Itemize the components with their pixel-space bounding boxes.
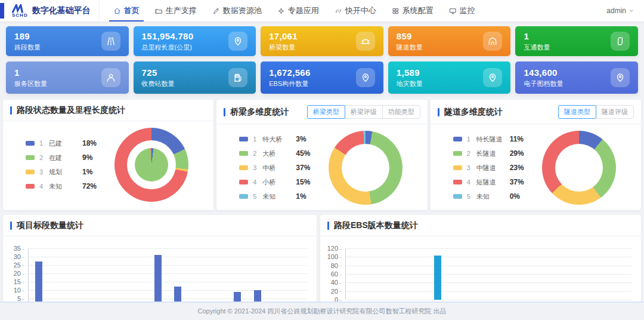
legend-item-大桥[interactable]: 2 大桥 45% xyxy=(239,149,310,158)
tab-功能类型[interactable]: 功能类型 xyxy=(382,105,420,119)
nav-item-production-support[interactable]: 生产支撑 xyxy=(147,0,205,21)
legend-index: 5 xyxy=(467,193,472,200)
gridline xyxy=(346,274,631,275)
nav-item-system-config[interactable]: 系统配置 xyxy=(384,0,441,21)
stat-card-toll-station-count: 725 收费站数量 xyxy=(134,61,256,94)
gridline xyxy=(29,265,307,266)
stat-icon-badge xyxy=(611,32,630,51)
stat-value: 1 xyxy=(524,31,550,41)
stat-value: 17,061 xyxy=(269,31,298,41)
stat-card-total-mileage: 151,954.780 总里程长度(公里) xyxy=(134,26,256,56)
project-bar-chart: 35302520151050 xyxy=(8,248,309,307)
tab-隧道类型[interactable]: 隧道类型 xyxy=(558,105,596,119)
bar-value-31 xyxy=(154,255,162,307)
nav-item-quick-start-center[interactable]: 快开中心 xyxy=(327,0,384,21)
legend-item-短隧道[interactable]: 4 短隧道 37% xyxy=(453,178,524,187)
y-axis-tick: 60 xyxy=(325,270,342,278)
legend-item-小桥[interactable]: 4 小桥 15% xyxy=(239,178,310,187)
panel-bridge-header: 桥梁多维度统计 桥梁类型桥梁评级功能类型 xyxy=(216,100,427,124)
legend-swatch xyxy=(453,165,462,170)
legend-label: 未知 xyxy=(476,192,505,201)
stat-card-service-area-count: 1 服务区数量 xyxy=(6,61,129,94)
nav-item-monitoring[interactable]: 监控 xyxy=(441,0,483,21)
nav-item-special-apps[interactable]: 专题应用 xyxy=(270,0,327,21)
tab-桥梁评级[interactable]: 桥梁评级 xyxy=(345,105,383,119)
legend-item-特大桥[interactable]: 1 特大桥 3% xyxy=(239,135,310,144)
legend-item-在建[interactable]: 2 在建 9% xyxy=(26,153,97,162)
legend-swatch xyxy=(453,151,462,156)
legend-label: 短隧道 xyxy=(476,178,505,187)
legend-index: 3 xyxy=(467,164,472,171)
legend-item-未知[interactable]: 5 未知 1% xyxy=(239,192,310,201)
legend-label: 中隧道 xyxy=(476,164,505,173)
inner-pie xyxy=(135,148,168,181)
panel-road-status-body: 1 已建 18% 2 在建 9% 3 规划 1% 4 未知 72% xyxy=(3,121,213,208)
legend-label: 特大桥 xyxy=(262,135,291,144)
gridline xyxy=(29,257,307,257)
stat-icon-badge xyxy=(356,68,375,87)
title-accent-bar xyxy=(10,221,12,230)
stat-card-text: 143,600 电子图档数量 xyxy=(524,67,563,88)
legend-swatch xyxy=(453,194,462,199)
legend-item-长隧道[interactable]: 2 长隧道 29% xyxy=(453,149,524,158)
stat-card-text: 189 路段数量 xyxy=(14,31,41,52)
legend-item-已建[interactable]: 1 已建 18% xyxy=(26,139,97,148)
monitor-icon xyxy=(449,7,457,15)
stat-icon-badge xyxy=(356,32,375,51)
bridge-donut-chart xyxy=(329,131,402,205)
app-title: 数字化基础平台 xyxy=(32,5,91,16)
legend-item-规划[interactable]: 3 规划 1% xyxy=(26,168,97,177)
legend-swatch xyxy=(26,141,35,146)
stat-card-ebs-component-count: 1,672,566 EBS构件数量 xyxy=(261,61,383,94)
legend-index: 5 xyxy=(253,193,258,200)
stat-card-text: 1 服务区数量 xyxy=(14,67,47,88)
stat-label: 路段数量 xyxy=(14,43,41,52)
brand-lockup: SCHD 数字化基础平台 xyxy=(0,0,100,21)
legend-item-未知[interactable]: 5 未知 0% xyxy=(453,192,524,201)
schd-logo: SCHD xyxy=(12,4,28,18)
stat-icon-badge xyxy=(101,32,120,51)
legend-label: 规划 xyxy=(49,168,78,177)
legend-item-中桥[interactable]: 3 中桥 37% xyxy=(239,164,310,173)
panel-title: 桥梁多维度统计 xyxy=(230,107,289,118)
legend-index: 4 xyxy=(253,179,258,186)
nav-item-label: 数据资源池 xyxy=(223,5,262,16)
y-axis-tick: 25 xyxy=(8,261,24,269)
gridline xyxy=(346,248,631,249)
stat-card-text: 725 收费站数量 xyxy=(142,67,175,88)
stat-icon-badge xyxy=(483,32,502,51)
tab-桥梁类型[interactable]: 桥梁类型 xyxy=(307,105,345,119)
title-accent-bar xyxy=(438,108,439,116)
donut-hole xyxy=(555,144,603,192)
gridline xyxy=(346,257,631,257)
user-menu[interactable]: admin xyxy=(606,7,634,15)
y-axis-tick: 20 xyxy=(8,270,24,277)
legend-item-特长隧道[interactable]: 1 特长隧道 11% xyxy=(453,135,524,144)
road-icon xyxy=(106,36,116,47)
nav-item-label: 系统配置 xyxy=(402,5,434,16)
stat-value: 143,600 xyxy=(524,67,563,78)
grid-icon xyxy=(392,7,400,15)
person-icon xyxy=(106,72,116,83)
legend-label: 未知 xyxy=(262,192,291,201)
nav-item-data-resource-pool[interactable]: 数据资源池 xyxy=(205,0,270,21)
legend-swatch xyxy=(239,165,248,170)
legend-index: 4 xyxy=(39,183,44,190)
legend-index: 2 xyxy=(253,150,258,157)
legend-item-未知[interactable]: 4 未知 72% xyxy=(26,182,97,191)
legend-label: 在建 xyxy=(49,153,78,162)
tab-隧道评级[interactable]: 隧道评级 xyxy=(596,105,634,119)
username: admin xyxy=(606,7,626,15)
nav-item-label: 监控 xyxy=(460,5,475,16)
panel-bridge: 桥梁多维度统计 桥梁类型桥梁评级功能类型 1 特大桥 3% 2 大桥 45% 3… xyxy=(216,100,427,210)
stat-card-text: 17,061 桥梁数量 xyxy=(269,31,298,52)
legend-value: 72% xyxy=(82,182,97,190)
bridge-tabs: 桥梁类型桥梁评级功能类型 xyxy=(307,105,420,119)
gridline xyxy=(29,273,307,274)
location-pin-icon xyxy=(360,72,371,83)
nav-item-home[interactable]: 首页 xyxy=(106,0,147,21)
stat-value: 725 xyxy=(142,67,175,78)
legend-item-中隧道[interactable]: 3 中隧道 23% xyxy=(453,164,524,173)
stat-label: 总里程长度(公里) xyxy=(142,43,194,52)
stat-label: 地灾数量 xyxy=(397,79,423,88)
